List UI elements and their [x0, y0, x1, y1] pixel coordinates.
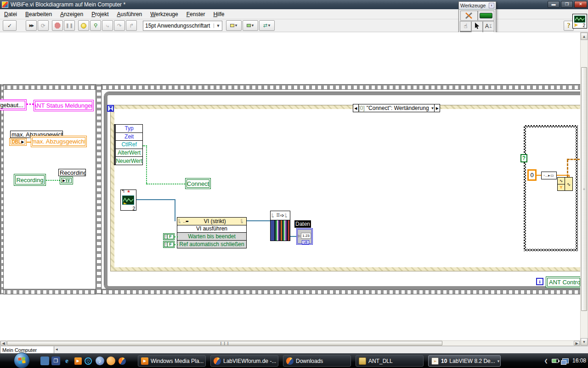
daten-terminal[interactable]: ▷ 1.23 U8: [296, 228, 313, 245]
align-objects-button[interactable]: ▼: [226, 20, 242, 31]
invoke-row-autoclose[interactable]: Ref automatisch schließen: [177, 241, 246, 248]
menu-ausfuehren[interactable]: Ausführen: [113, 10, 147, 19]
menu-anzeigen[interactable]: Anzeigen: [56, 10, 87, 19]
get-control-values-node[interactable]: ▯?! ⠿➩ ▯?!: [270, 211, 290, 241]
dbl-terminal[interactable]: DBL▶: [9, 138, 27, 146]
run-check-button[interactable]: ✓: [3, 20, 17, 31]
max-weight-local[interactable]: max. Abzugsgewicht: [31, 136, 87, 147]
case-selector-terminal[interactable]: ?: [520, 154, 527, 162]
sequence-border-left[interactable]: [0, 84, 4, 294]
tools-palette-titlebar[interactable]: Werkzeuge x: [459, 2, 496, 10]
taskbar-button-antdll[interactable]: ANT_DLL: [356, 355, 424, 367]
block-diagram[interactable]: fgebaut... ANT Status Meldungen max. Abz…: [0, 32, 588, 346]
windows-media-player-icon[interactable]: ▶: [74, 356, 82, 365]
event-timeout-terminal[interactable]: [107, 105, 114, 112]
switch-windows-icon[interactable]: ❐: [51, 356, 60, 365]
sequence-border-bottom[interactable]: [0, 289, 580, 294]
show-desktop-icon[interactable]: [40, 356, 49, 365]
clock[interactable]: 16:08: [572, 357, 586, 364]
index-array-node[interactable]: ▫‥▸▭: [541, 172, 557, 179]
menu-projekt[interactable]: Projekt: [87, 10, 113, 19]
step-over-button[interactable]: ↷: [114, 20, 125, 31]
run-button[interactable]: ▶▶: [26, 20, 37, 31]
scroll-up-icon[interactable]: ▲: [581, 33, 588, 40]
event-field-ctlref[interactable]: CtlRef: [116, 141, 142, 149]
event-field-typ[interactable]: Typ: [116, 125, 142, 133]
execution-target-tab[interactable]: Mein Computer: [0, 346, 54, 354]
invoke-row-run[interactable]: VI ausführen: [177, 225, 246, 233]
run-continuous-button[interactable]: ⟳: [38, 20, 49, 31]
close-icon[interactable]: x: [489, 3, 494, 8]
position-tool[interactable]: [471, 21, 483, 31]
itunes-icon[interactable]: ♪: [96, 356, 104, 365]
highlight-execution-button[interactable]: [78, 20, 89, 31]
case-dropdown-icon[interactable]: ▼: [431, 106, 435, 110]
invoke-node[interactable]: ▯?! ‥➨ VI (strikt) ▯?! VI ausführen Wart…: [177, 217, 247, 248]
start-button[interactable]: [14, 352, 30, 368]
string-control-truncated[interactable]: fgebaut...: [0, 99, 27, 110]
tab-left-arrow-icon[interactable]: ◂: [56, 347, 58, 351]
numeric-constant-0[interactable]: 0: [527, 169, 537, 181]
info-icon[interactable]: i: [536, 278, 543, 285]
firefox-icon[interactable]: [118, 356, 126, 365]
connect-local[interactable]: Connect: [185, 178, 211, 189]
ant-control-local[interactable]: ANT Control: [546, 276, 582, 288]
next-case-icon[interactable]: ▶: [434, 104, 440, 112]
horizontal-scrollbar-thumb[interactable]: ❙❙❙: [7, 341, 442, 345]
recording-local[interactable]: Recording: [14, 174, 46, 186]
ant-status-indicator[interactable]: ANT Status Meldungen: [34, 100, 94, 111]
auto-tool-led[interactable]: [478, 11, 494, 21]
taskbar-button-downloads[interactable]: Downloads: [283, 355, 351, 367]
step-out-button[interactable]: ↱: [126, 20, 137, 31]
tray-expand-icon[interactable]: ❮: [544, 358, 548, 363]
auto-tool-button[interactable]: [460, 11, 478, 21]
event-data-node[interactable]: Typ Zeit CtlRef AlterWert NeuerWert: [114, 124, 143, 165]
horizontal-scrollbar[interactable]: ◀ ❙❙❙ ▶: [0, 340, 580, 346]
network-icon[interactable]: [562, 358, 569, 363]
invoke-row-wait[interactable]: Warten bis beendet: [177, 233, 246, 241]
tf-terminal[interactable]: ▶TF: [60, 177, 73, 184]
chevron-down-icon[interactable]: ▾: [498, 359, 500, 363]
step-into-button[interactable]: ⤷: [102, 20, 113, 31]
internet-explorer-icon[interactable]: e: [62, 356, 71, 365]
font-selector[interactable]: 15pt Anwendungsschriftart ▼: [143, 21, 222, 31]
distribute-objects-button[interactable]: ▼: [243, 20, 258, 31]
previous-case-icon[interactable]: ◀: [353, 104, 359, 112]
reorder-button[interactable]: ⇄▼: [259, 20, 275, 31]
false-constant[interactable]: TF: [163, 233, 175, 240]
menu-bearbeiten[interactable]: Bearbeiten: [21, 10, 56, 19]
menu-hilfe[interactable]: Hilfe: [209, 10, 228, 19]
foxit-icon[interactable]: [107, 356, 115, 365]
close-button[interactable]: ✕: [574, 1, 587, 8]
menu-fenster[interactable]: Fenster: [182, 10, 209, 19]
taskbar-button-labviewforum[interactable]: LabVIEWforum.de -...: [210, 355, 278, 367]
taskbar-button-labview-group[interactable]: ➢ 10 LabVIEW 8.2 De... ▾: [428, 355, 501, 367]
edit-text-tool[interactable]: A⌶: [483, 21, 494, 31]
vertical-scrollbar[interactable]: ▲ ≡ ▼: [580, 32, 588, 346]
false-constant[interactable]: TF: [163, 241, 175, 248]
event-field-zeit[interactable]: Zeit: [116, 133, 142, 141]
menu-werkzeuge[interactable]: Werkzeuge: [146, 10, 182, 19]
build-waveform-node[interactable]: ∿ Y ∿: [557, 177, 573, 191]
minimize-button[interactable]: ▬: [548, 1, 560, 8]
pause-button[interactable]: ❚❚: [64, 20, 75, 31]
restore-button[interactable]: ❐: [561, 1, 573, 8]
event-selector-label[interactable]: ◀ [0] "Connect": Wertänderung ▼ ▶: [353, 104, 440, 112]
event-field-neuerwert[interactable]: NeuerWert: [116, 157, 142, 165]
event-field-alterwert[interactable]: AlterWert: [116, 149, 142, 157]
vi-icon[interactable]: ➤ 2: [572, 14, 587, 29]
sequence-frame-divider[interactable]: [96, 84, 102, 294]
operate-value-tool[interactable]: ☝: [460, 21, 471, 31]
taskbar-button-wmp[interactable]: ▶ Windows Media Pla...: [138, 355, 206, 367]
battery-icon[interactable]: [552, 359, 559, 363]
scroll-left-icon[interactable]: ◀: [0, 341, 6, 345]
retain-wire-values-button[interactable]: ⚲: [90, 20, 101, 31]
vertical-scrollbar-thumb[interactable]: ≡: [581, 67, 587, 311]
menu-datei[interactable]: Datei: [0, 10, 21, 19]
sequence-border-top[interactable]: [0, 84, 580, 90]
scroll-right-icon[interactable]: ▶: [574, 341, 580, 345]
static-vi-reference[interactable]: ↰ ★ 2: [120, 190, 136, 211]
abort-button[interactable]: [52, 20, 63, 31]
scroll-down-icon[interactable]: ▼: [581, 338, 588, 345]
quicktime-icon[interactable]: Q: [85, 357, 92, 365]
